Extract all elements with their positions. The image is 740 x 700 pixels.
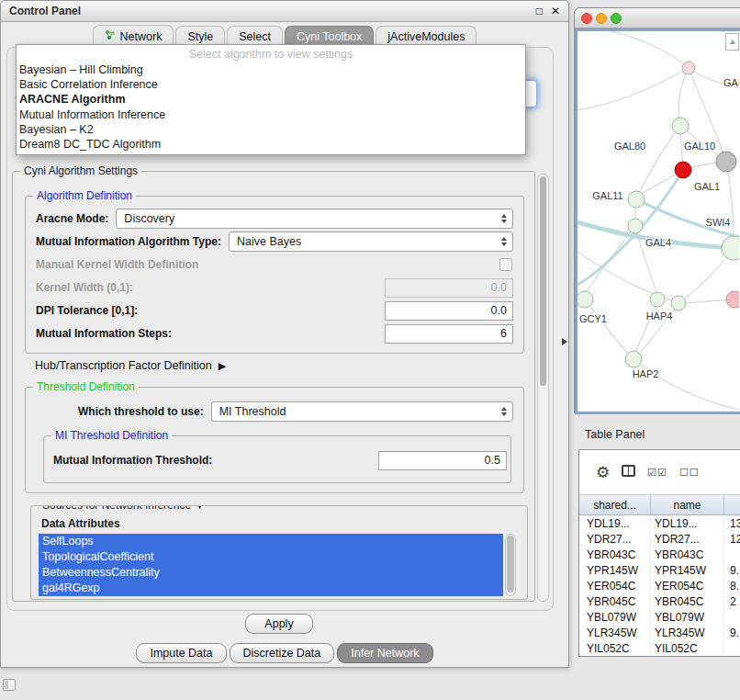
table-row[interactable]: YBL079WYBL079W bbox=[579, 609, 740, 625]
algorithm-definition-group: Algorithm Definition Aracne Mode: Discov… bbox=[25, 196, 524, 354]
column-header-shared-[interactable]: shared... bbox=[579, 495, 651, 514]
network-node-label: GAL11 bbox=[592, 190, 622, 201]
scrollbar-arrow-icon[interactable] bbox=[725, 33, 739, 51]
mi-threshold-definition-group: MI Threshold Definition Mutual Informati… bbox=[43, 435, 511, 483]
tab-label: Network bbox=[120, 30, 163, 43]
network-node[interactable] bbox=[675, 162, 691, 178]
table-cell: 9. bbox=[724, 627, 740, 639]
manual-kernel-width-label: Manual Kernel Width Definition bbox=[36, 258, 198, 271]
algorithm-option-bayesian-hill-climbing[interactable]: Bayesian – Hill Climbing bbox=[17, 62, 525, 77]
table-row[interactable]: YBR043CYBR043C bbox=[579, 547, 740, 562]
zoom-traffic-light-icon[interactable] bbox=[611, 13, 622, 24]
table-cell: 12 bbox=[724, 533, 740, 546]
mi-steps-value: 6 bbox=[500, 327, 507, 340]
table-row[interactable]: YBR045CYBR045C2 bbox=[579, 593, 740, 609]
tab-label: Cyni Toolbox bbox=[297, 30, 362, 43]
mi-threshold-definition-title: MI Threshold Definition bbox=[51, 429, 172, 442]
scrollbar-thumb[interactable] bbox=[540, 176, 546, 386]
network-node[interactable] bbox=[628, 191, 645, 208]
attribute-item-topologicalcoefficient[interactable]: TopologicalCoefficient bbox=[39, 549, 503, 565]
algorithm-definition-title: Algorithm Definition bbox=[33, 189, 136, 202]
table-cell: YBR043C bbox=[579, 547, 651, 562]
deselect-all-icon[interactable]: ☐☐ bbox=[679, 467, 700, 479]
network-node[interactable] bbox=[625, 351, 642, 367]
network-node[interactable] bbox=[726, 291, 739, 308]
hub-section-toggle[interactable]: Hub/Transcription Factor Definition ▶ bbox=[35, 359, 226, 372]
mi-algorithm-type-combobox[interactable]: Naive Bayes bbox=[229, 231, 513, 252]
select-all-icon[interactable]: ☑☑ bbox=[647, 467, 667, 479]
network-node[interactable] bbox=[682, 62, 695, 74]
algorithm-dropdown-popup: Select algorithm to view settings Bayesi… bbox=[16, 44, 526, 155]
table-row[interactable]: YPR145WYPR145W9. bbox=[579, 562, 740, 578]
network-canvas[interactable]: GALGAL80GAL10GAL11GAL1SWI4GAL4GCY1HAP4HA… bbox=[577, 31, 739, 412]
manual-kernel-width-checkbox[interactable] bbox=[499, 258, 512, 271]
bottom-tab-impute-data[interactable]: Impute Data bbox=[136, 643, 226, 663]
dpi-tolerance-value: 0.0 bbox=[491, 304, 507, 317]
column-header-2[interactable] bbox=[724, 495, 740, 514]
network-node-label: GAL80 bbox=[614, 141, 645, 152]
network-window-titlebar bbox=[575, 8, 740, 28]
table-cell: YDL19... bbox=[579, 515, 651, 531]
algorithm-option-aracne-algorithm[interactable]: ARACNE Algorithm bbox=[17, 92, 525, 107]
table-row[interactable]: YER054CYER054C8. bbox=[579, 578, 740, 593]
close-traffic-light-icon[interactable] bbox=[581, 13, 592, 24]
splitter-collapse-arrow[interactable] bbox=[562, 338, 567, 345]
data-attributes-label: Data Attributes bbox=[41, 517, 527, 530]
table-cell: YIL052C bbox=[651, 640, 724, 656]
table-row[interactable]: YDR27...YDR27...12 bbox=[579, 531, 740, 547]
table-row[interactable]: YLR345WYLR345W9. bbox=[579, 625, 740, 640]
sources-group-title[interactable]: Sources for Network Inference ▼ bbox=[39, 505, 208, 512]
kernel-width-value: 0.0 bbox=[491, 281, 507, 294]
table-cell: YBL079W bbox=[651, 609, 724, 625]
table-cell: YLR345W bbox=[579, 625, 651, 640]
threshold-definition-group: Threshold Definition Which threshold to … bbox=[25, 387, 524, 493]
network-node[interactable] bbox=[722, 236, 739, 260]
window-controls: □ ✕ bbox=[536, 6, 560, 17]
network-node-label: GAL4 bbox=[645, 237, 671, 248]
attribute-item-gal4rgexp[interactable]: gal4RGexp bbox=[39, 581, 503, 596]
gear-icon[interactable]: ⚙ bbox=[596, 463, 610, 482]
minimize-traffic-light-icon[interactable] bbox=[596, 13, 607, 24]
which-threshold-combobox[interactable]: MI Threshold bbox=[211, 401, 513, 422]
attribute-item-betweennesscentrality[interactable]: BetweennessCentrality bbox=[39, 565, 503, 581]
settings-scrollbar[interactable] bbox=[537, 174, 549, 602]
kernel-width-row: Kernel Width (0,1): 0.0 bbox=[36, 277, 513, 298]
attribute-item-selfloops[interactable]: SelfLoops bbox=[39, 534, 503, 549]
network-icon bbox=[105, 29, 116, 43]
attribute-list: SelfLoopsTopologicalCoefficientBetweenne… bbox=[39, 534, 503, 596]
algorithm-option-mutual-information-inference[interactable]: Mutual Information Inference bbox=[17, 107, 525, 122]
network-node[interactable] bbox=[628, 219, 643, 233]
algorithm-option-basic-correlation-inference[interactable]: Basic Correlation Inference bbox=[17, 77, 525, 92]
dpi-tolerance-field[interactable]: 0.0 bbox=[385, 301, 513, 321]
network-node-label: GAL10 bbox=[684, 141, 715, 152]
mi-threshold-field[interactable]: 0.5 bbox=[378, 451, 507, 470]
network-canvas-frame: GALGAL80GAL10GAL11GAL1SWI4GAL4GCY1HAP4HA… bbox=[575, 28, 740, 414]
expanded-arrow-icon: ▼ bbox=[194, 505, 205, 512]
algorithm-option-bayesian-k2[interactable]: Bayesian – K2 bbox=[17, 122, 525, 137]
aracne-mode-label: Aracne Mode: bbox=[36, 212, 108, 225]
bottom-tab-discretize-data[interactable]: Discretize Data bbox=[230, 643, 335, 663]
bottom-tab-infer-network[interactable]: Infer Network bbox=[337, 643, 432, 663]
float-window-icon[interactable]: □ bbox=[536, 6, 543, 17]
network-node[interactable] bbox=[650, 292, 665, 307]
network-node-label: HAP2 bbox=[633, 368, 659, 379]
network-node[interactable] bbox=[716, 152, 736, 172]
mi-steps-field[interactable]: 6 bbox=[385, 324, 513, 344]
apply-button[interactable]: Apply bbox=[245, 614, 313, 634]
algorithm-option-dream8-dc-tdc-algorithm[interactable]: Dream8 DC_TDC Algorithm bbox=[17, 137, 525, 152]
panel-toggle-icon[interactable] bbox=[3, 679, 16, 691]
network-node[interactable] bbox=[577, 291, 593, 308]
table-cell: YIL052C bbox=[579, 640, 651, 656]
aracne-mode-combobox[interactable]: Discovery bbox=[116, 209, 513, 229]
settings-group-title: Cyni Algorithm Settings bbox=[20, 164, 141, 177]
column-header-name[interactable]: name bbox=[651, 495, 724, 514]
table-row[interactable]: YIL052CYIL052C bbox=[579, 640, 740, 656]
scrollbar-thumb[interactable] bbox=[507, 536, 514, 593]
close-window-icon[interactable]: ✕ bbox=[551, 6, 560, 17]
network-node[interactable] bbox=[671, 296, 686, 310]
network-node[interactable] bbox=[672, 118, 689, 134]
kernel-width-field[interactable]: 0.0 bbox=[385, 278, 513, 298]
attribute-list-scrollbar[interactable] bbox=[505, 534, 516, 596]
columns-icon[interactable] bbox=[622, 465, 635, 480]
table-row[interactable]: YDL19...YDL19...13 bbox=[579, 515, 740, 531]
